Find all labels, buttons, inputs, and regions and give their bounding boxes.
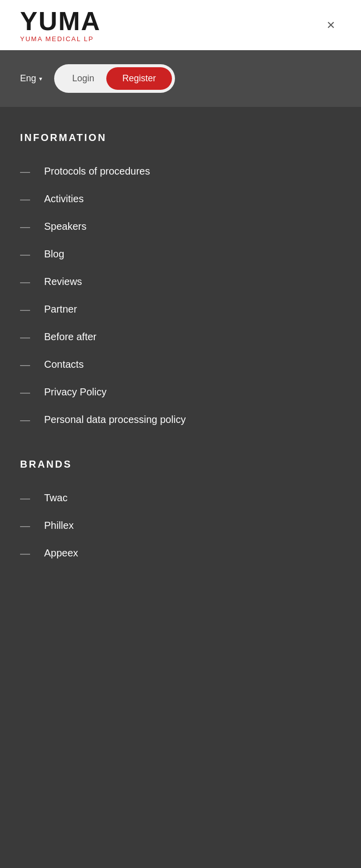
nav-item-label: Blog — [44, 248, 64, 260]
logo-sub-text: YUMA MEDICAL LP — [20, 35, 101, 43]
dash-icon: — — [20, 305, 30, 315]
close-icon: × — [327, 17, 335, 33]
dash-icon: — — [20, 521, 30, 531]
language-selector[interactable]: Eng ▾ — [20, 73, 42, 84]
dash-icon: — — [20, 387, 30, 397]
nav-content: INFORMATION — Protocols of procedures — … — [0, 107, 361, 612]
dash-icon: — — [20, 548, 30, 558]
dash-icon: — — [20, 493, 30, 503]
nav-item-speakers[interactable]: — Speakers — [20, 213, 341, 240]
chevron-down-icon: ▾ — [39, 75, 42, 82]
dash-icon: — — [20, 249, 30, 259]
nav-item-contacts[interactable]: — Contacts — [20, 351, 341, 378]
information-nav-list: — Protocols of procedures — Activities —… — [20, 158, 341, 433]
close-button[interactable]: × — [321, 15, 341, 35]
information-section-title: INFORMATION — [20, 132, 341, 143]
nav-item-before-after[interactable]: — Before after — [20, 323, 341, 351]
nav-item-label: Partner — [44, 304, 77, 315]
nav-item-label: Privacy Policy — [44, 386, 106, 398]
auth-section: Eng ▾ Login Register — [0, 50, 361, 107]
nav-item-appeex[interactable]: — Appeex — [20, 539, 341, 567]
nav-item-activities[interactable]: — Activities — [20, 185, 341, 213]
nav-item-privacy-policy[interactable]: — Privacy Policy — [20, 378, 341, 406]
auth-buttons-group: Login Register — [54, 64, 175, 93]
nav-item-label: Personal data processing policy — [44, 414, 186, 425]
dash-icon: — — [20, 332, 30, 342]
nav-item-label: Speakers — [44, 221, 87, 232]
dash-icon: — — [20, 360, 30, 370]
brands-section-title: BRANDS — [20, 459, 341, 470]
nav-item-label: Protocols of procedures — [44, 166, 150, 177]
dash-icon: — — [20, 277, 30, 287]
login-button[interactable]: Login — [64, 69, 102, 88]
brands-nav-list: — Twac — Phillex — Appeex — [20, 484, 341, 567]
dash-icon: — — [20, 167, 30, 177]
header: YUMA YUMA MEDICAL LP × — [0, 0, 361, 50]
dash-icon: — — [20, 415, 30, 425]
nav-item-label: Appeex — [44, 547, 78, 559]
nav-item-partner[interactable]: — Partner — [20, 296, 341, 323]
language-label: Eng — [20, 73, 36, 84]
nav-item-twac[interactable]: — Twac — [20, 484, 341, 512]
nav-item-label: Before after — [44, 331, 97, 343]
logo-main-text: YUMA — [20, 8, 101, 34]
register-button[interactable]: Register — [106, 67, 172, 90]
nav-item-label: Twac — [44, 492, 68, 504]
nav-item-label: Reviews — [44, 276, 82, 287]
nav-item-reviews[interactable]: — Reviews — [20, 268, 341, 296]
nav-item-personal-data[interactable]: — Personal data processing policy — [20, 406, 341, 433]
nav-item-blog[interactable]: — Blog — [20, 240, 341, 268]
dash-icon: — — [20, 222, 30, 232]
nav-item-protocols[interactable]: — Protocols of procedures — [20, 158, 341, 185]
dash-icon: — — [20, 194, 30, 204]
nav-item-label: Activities — [44, 193, 84, 205]
logo: YUMA YUMA MEDICAL LP — [20, 8, 101, 43]
nav-item-label: Contacts — [44, 359, 84, 370]
nav-item-label: Phillex — [44, 520, 74, 531]
nav-item-phillex[interactable]: — Phillex — [20, 512, 341, 539]
